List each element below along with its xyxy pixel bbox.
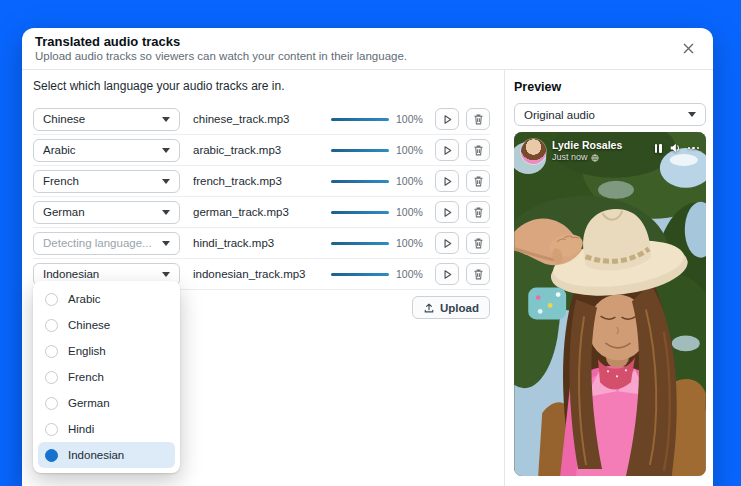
modal-header: Translated audio tracks Upload audio tra… <box>22 28 713 70</box>
track-row-hindi: Detecting language... hindi_track.mp3 10… <box>33 228 490 259</box>
trash-icon <box>472 113 485 126</box>
upload-progress-label: 100% <box>396 144 428 156</box>
upload-progress-bar <box>331 180 389 183</box>
video-author-block: Lydie Rosales Just now <box>552 139 655 163</box>
play-icon <box>441 175 454 188</box>
pause-icon[interactable] <box>655 144 662 153</box>
video-author-name[interactable]: Lydie Rosales <box>552 139 655 152</box>
menu-item-label: German <box>68 397 110 409</box>
language-select[interactable]: German <box>33 201 180 224</box>
translated-audio-tracks-modal: Translated audio tracks Upload audio tra… <box>22 28 713 486</box>
preview-panel: Preview Original audio <box>504 70 713 486</box>
close-button[interactable] <box>677 37 699 59</box>
track-row-chinese: Chinese chinese_track.mp3 100% <box>33 104 490 135</box>
upload-progress-label: 100% <box>396 237 428 249</box>
trash-icon <box>472 206 485 219</box>
delete-button[interactable] <box>466 201 490 223</box>
video-preview[interactable]: Lydie Rosales Just now <box>514 132 706 476</box>
language-select[interactable]: Chinese <box>33 108 180 131</box>
upload-progress-label: 100% <box>396 175 428 187</box>
menu-item-label: English <box>68 345 106 357</box>
track-rows: Chinese chinese_track.mp3 100% Arabic ar… <box>33 104 490 290</box>
menu-item-english[interactable]: English <box>38 338 175 364</box>
menu-item-label: Indonesian <box>68 449 124 461</box>
play-icon <box>441 237 454 250</box>
menu-item-arabic[interactable]: Arabic <box>38 286 175 312</box>
video-still-image <box>514 132 706 476</box>
section-label: Select which language your audio tracks … <box>33 79 490 93</box>
delete-button[interactable] <box>466 108 490 130</box>
trash-icon <box>472 175 485 188</box>
track-filename: hindi_track.mp3 <box>193 237 331 249</box>
language-select[interactable]: Arabic <box>33 139 180 162</box>
menu-item-french[interactable]: French <box>38 364 175 390</box>
play-button[interactable] <box>435 170 459 192</box>
language-select-value: Detecting language... <box>43 237 152 249</box>
video-overlay-header: Lydie Rosales Just now <box>521 139 699 164</box>
chevron-down-icon <box>162 241 170 246</box>
play-button[interactable] <box>435 108 459 130</box>
delete-button[interactable] <box>466 170 490 192</box>
delete-button[interactable] <box>466 263 490 285</box>
chevron-down-icon <box>162 148 170 153</box>
menu-item-label: French <box>68 371 104 383</box>
video-timestamp: Just now <box>552 152 588 163</box>
delete-button[interactable] <box>466 139 490 161</box>
close-icon <box>682 42 695 55</box>
preview-audio-select-value: Original audio <box>524 109 595 121</box>
globe-icon <box>591 154 599 162</box>
play-icon <box>441 144 454 157</box>
upload-button[interactable]: Upload <box>412 296 490 319</box>
upload-progress-bar <box>331 118 389 121</box>
play-button[interactable] <box>435 201 459 223</box>
menu-item-chinese[interactable]: Chinese <box>38 312 175 338</box>
track-row-arabic: Arabic arabic_track.mp3 100% <box>33 135 490 166</box>
trash-icon <box>472 237 485 250</box>
track-filename: arabic_track.mp3 <box>193 144 331 156</box>
menu-item-german[interactable]: German <box>38 390 175 416</box>
play-button[interactable] <box>435 139 459 161</box>
radio-icon <box>45 293 58 306</box>
trash-icon <box>472 144 485 157</box>
radio-icon <box>45 397 58 410</box>
modal-title: Translated audio tracks <box>35 34 697 49</box>
preview-audio-select[interactable]: Original audio <box>514 103 706 126</box>
radio-icon <box>45 319 58 332</box>
trash-icon <box>472 268 485 281</box>
modal-subtitle: Upload audio tracks so viewers can watch… <box>35 49 697 63</box>
more-options-icon[interactable] <box>688 147 700 150</box>
track-row-french: French french_track.mp3 100% <box>33 166 490 197</box>
menu-item-label: Chinese <box>68 319 110 331</box>
upload-progress-bar <box>331 273 389 276</box>
play-button[interactable] <box>435 263 459 285</box>
track-filename: chinese_track.mp3 <box>193 113 331 125</box>
menu-item-hindi[interactable]: Hindi <box>38 416 175 442</box>
video-controls <box>655 139 700 154</box>
track-filename: french_track.mp3 <box>193 175 331 187</box>
menu-item-label: Arabic <box>68 293 101 305</box>
upload-progress-label: 100% <box>396 113 428 125</box>
chevron-down-icon <box>162 272 170 277</box>
chevron-down-icon <box>162 179 170 184</box>
chevron-down-icon <box>162 210 170 215</box>
play-button[interactable] <box>435 232 459 254</box>
language-select-value: Indonesian <box>43 268 99 280</box>
radio-icon <box>45 371 58 384</box>
upload-progress-label: 100% <box>396 268 428 280</box>
track-filename: indonesian_track.mp3 <box>193 268 331 280</box>
upload-progress-bar <box>331 211 389 214</box>
language-select-value: French <box>43 175 79 187</box>
chevron-down-icon <box>162 117 170 122</box>
language-dropdown-menu: Arabic Chinese English French German Hin… <box>33 281 180 473</box>
radio-icon <box>45 345 58 358</box>
upload-progress-label: 100% <box>396 206 428 218</box>
volume-icon[interactable] <box>669 142 681 154</box>
preview-title: Preview <box>514 80 705 94</box>
delete-button[interactable] <box>466 232 490 254</box>
menu-item-indonesian[interactable]: Indonesian <box>38 442 175 468</box>
play-icon <box>441 206 454 219</box>
language-select[interactable]: French <box>33 170 180 193</box>
avatar[interactable] <box>521 139 546 164</box>
language-select[interactable]: Detecting language... <box>33 232 180 255</box>
chevron-down-icon <box>688 112 696 117</box>
